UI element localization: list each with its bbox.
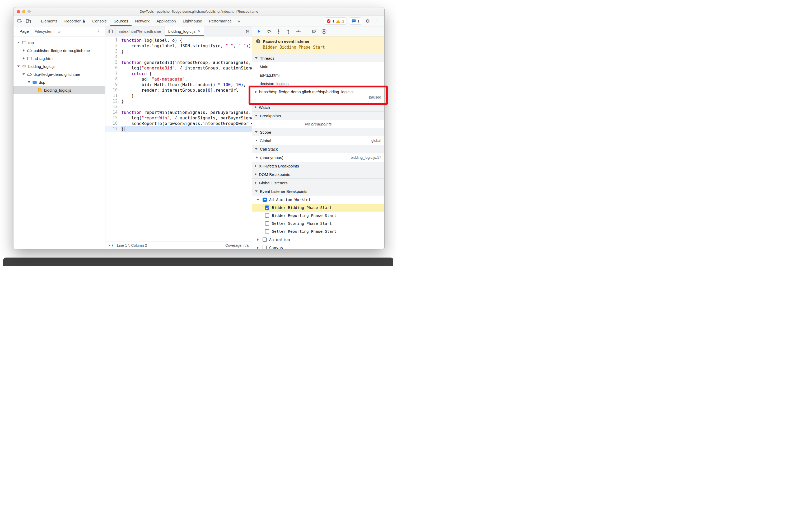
line-number[interactable]: 13: [106, 104, 121, 110]
thread-row-ad-tag-html[interactable]: ad-tag.html: [252, 71, 384, 79]
devtools-tab-elements[interactable]: Elements: [38, 16, 61, 26]
device-toolbar-button[interactable]: [24, 16, 33, 26]
console-status-badge[interactable]: 1 1: [324, 17, 347, 24]
elb-item-seller-reporting-phase-start[interactable]: Seller Reporting Phase Start: [252, 227, 384, 235]
code-line-text[interactable]: log("reportWin", { auctionSignals, perBu…: [121, 115, 252, 121]
navigator-menu-button[interactable]: ⋮: [94, 28, 103, 34]
more-options-button[interactable]: ⋮: [372, 16, 382, 26]
section-header-event-listener-breakpoints[interactable]: Event Listener Breakpoints: [252, 187, 384, 195]
tree-item-dsp[interactable]: dsp: [14, 78, 105, 86]
breakpoint-checkbox[interactable]: [265, 229, 269, 233]
step-button[interactable]: [294, 27, 302, 35]
more-navigator-tabs-button[interactable]: »: [57, 29, 62, 34]
code-line-text[interactable]: sendReportTo(browserSignals.interestGrou…: [121, 121, 252, 126]
code-line-text[interactable]: [121, 104, 252, 110]
devtools-tab-performance[interactable]: Performance: [206, 16, 235, 26]
scope-global-row[interactable]: Global global: [252, 136, 384, 145]
pretty-print-button[interactable]: {}: [109, 243, 113, 248]
more-panels-button[interactable]: »: [235, 16, 242, 26]
section-header-dom-breakpoints[interactable]: DOM Breakpoints: [252, 170, 384, 178]
line-number[interactable]: 7: [106, 71, 121, 76]
tree-item-top[interactable]: top: [14, 39, 105, 46]
elb-category-canvas[interactable]: Canvas: [252, 244, 384, 249]
line-number[interactable]: 3: [106, 49, 121, 54]
category-checkbox[interactable]: [263, 246, 267, 249]
code-line-text[interactable]: render: interestGroup.ads[0].renderUrl: [121, 88, 252, 93]
fullscreen-window-button[interactable]: [27, 10, 31, 13]
code-line-text[interactable]: function generateBid(interestGroup, auct…: [121, 60, 252, 65]
category-checkbox[interactable]: [263, 238, 267, 242]
devtools-tab-recorder[interactable]: Recorder: [61, 16, 89, 26]
close-window-button[interactable]: [17, 10, 20, 13]
section-header-breakpoints[interactable]: Breakpoints: [252, 112, 384, 120]
devtools-tab-console[interactable]: Console: [89, 16, 110, 26]
elb-item-bidder-bidding-phase-start[interactable]: Bidder Bidding Phase Start: [252, 204, 384, 212]
section-header-call-stack[interactable]: Call Stack: [252, 145, 384, 153]
tab-page[interactable]: Page: [17, 26, 32, 36]
code-line-text[interactable]: [121, 54, 252, 60]
code-line-text[interactable]: function reportWin(auctionSignals, perBu…: [121, 110, 252, 115]
tree-item-publisher-fledge-demo-glitch-me[interactable]: publisher-fledge-demo.glitch.me: [14, 46, 105, 54]
elb-item-bidder-reporting-phase-start[interactable]: Bidder Reporting Phase Start: [252, 212, 384, 220]
section-header-global-listeners[interactable]: Global Listeners: [252, 178, 384, 187]
pause-on-exceptions-button[interactable]: [320, 27, 328, 35]
code-line-text[interactable]: console.log(label, JSON.stringify(o, " "…: [121, 43, 252, 49]
code-line-text[interactable]: log("generateBid", { interestGroup, auct…: [121, 65, 252, 71]
code-line-text[interactable]: }: [121, 126, 252, 132]
code-line-text[interactable]: ad: "ad-metadata",: [121, 76, 252, 82]
devtools-tab-network[interactable]: Network: [132, 16, 153, 26]
tree-item-bidding-logic-js[interactable]: ⚙bidding_logic.js: [14, 62, 105, 70]
settings-button[interactable]: ⚙: [363, 16, 372, 26]
tree-item-bidding-logic-js[interactable]: bidding_logic.js: [14, 86, 105, 94]
section-header-watch[interactable]: Watch: [252, 103, 384, 112]
close-tab-icon[interactable]: ×: [198, 29, 201, 34]
line-number[interactable]: 17: [106, 126, 121, 132]
editor-tab-index-html-fencedframe[interactable]: index.html?fencedframe: [115, 26, 165, 36]
code-line-text[interactable]: }: [121, 93, 252, 98]
line-number[interactable]: 1: [106, 38, 121, 43]
breakpoint-checkbox[interactable]: [265, 206, 269, 210]
code-line-text[interactable]: function log(label, o) {: [121, 38, 252, 43]
line-number[interactable]: 2: [106, 43, 121, 49]
code-line-text[interactable]: return {: [121, 71, 252, 76]
call-stack-frame-row[interactable]: (anonymous) bidding_logic.js:17: [252, 153, 384, 162]
elb-item-seller-scoring-phase-start[interactable]: Seller Scoring Phase Start: [252, 220, 384, 227]
minimize-window-button[interactable]: [22, 10, 25, 13]
thread-row-main[interactable]: Main: [252, 62, 384, 71]
tab-filesystem[interactable]: Filesystem: [32, 26, 57, 36]
editor-overflow-button[interactable]: [242, 26, 252, 36]
inspect-element-button[interactable]: [16, 16, 24, 26]
issues-badge[interactable]: 1: [349, 17, 362, 24]
devtools-tab-lighthouse[interactable]: Lighthouse: [180, 16, 206, 26]
deactivate-breakpoints-button[interactable]: [310, 27, 318, 35]
line-number[interactable]: 12: [106, 98, 121, 104]
line-number[interactable]: 8: [106, 76, 121, 82]
category-checkbox[interactable]: [263, 197, 267, 202]
thread-row-decision-logic-js[interactable]: decision_logic.js: [252, 79, 384, 88]
line-number[interactable]: 10: [106, 88, 121, 93]
line-number[interactable]: 6: [106, 65, 121, 71]
line-number[interactable]: 4: [106, 54, 121, 60]
line-number[interactable]: 14: [106, 110, 121, 115]
active-thread-row[interactable]: https://dsp-fledge-demo.glitch.me/dsp/bi…: [252, 88, 384, 103]
line-number[interactable]: 9: [106, 82, 121, 88]
section-header-threads[interactable]: Threads: [252, 54, 384, 62]
section-header-xhr-breakpoints[interactable]: XHR/fetch Breakpoints: [252, 162, 384, 170]
resume-button[interactable]: [255, 27, 263, 35]
editor-tab-bidding-logic-js[interactable]: bidding_logic.js×: [165, 26, 204, 36]
breakpoint-checkbox[interactable]: [265, 221, 269, 226]
breakpoint-checkbox[interactable]: [265, 213, 269, 218]
step-over-button[interactable]: [265, 27, 272, 35]
line-number[interactable]: 11: [106, 93, 121, 98]
code-line-text[interactable]: }: [121, 98, 252, 104]
tree-item-dsp-fledge-demo-glitch-me[interactable]: dsp-fledge-demo.glitch.me: [14, 70, 105, 78]
line-number[interactable]: 5: [106, 60, 121, 65]
code-line-text[interactable]: }: [121, 49, 252, 54]
toggle-navigator-button[interactable]: [106, 26, 115, 36]
devtools-tab-application[interactable]: Application: [153, 16, 179, 26]
code-line-text[interactable]: bid: Math.floor(Math.random() * 100, 10)…: [121, 82, 252, 88]
line-number[interactable]: 15: [106, 115, 121, 121]
elb-category-ad-auction-worklet[interactable]: Ad Auction Worklet: [252, 195, 384, 204]
section-header-scope[interactable]: Scope: [252, 128, 384, 136]
step-into-button[interactable]: [275, 27, 282, 35]
